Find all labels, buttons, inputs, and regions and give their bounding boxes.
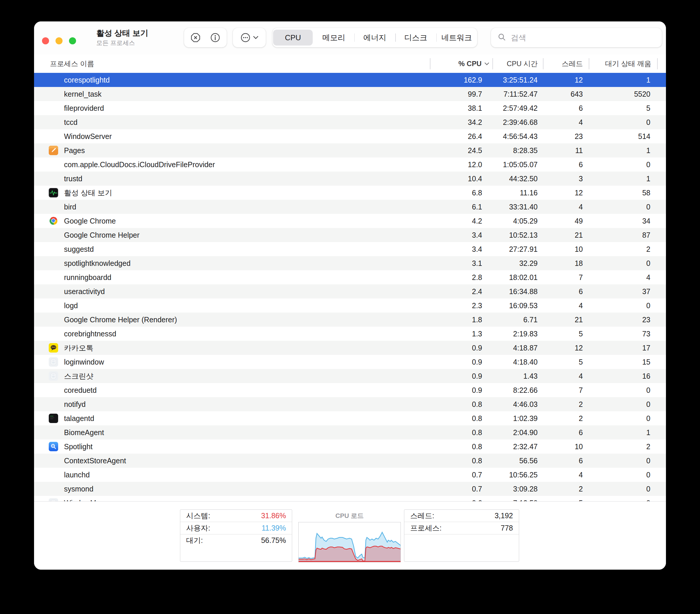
- process-cpu-time: 44:32.50: [509, 172, 538, 186]
- process-row[interactable]: ContextStoreAgent0.856.5660: [34, 454, 666, 468]
- cpu-load-plot: [298, 522, 401, 562]
- process-row[interactable]: runningboardd2.818:02.0174: [34, 270, 666, 284]
- process-threads: 12: [575, 186, 583, 200]
- close-window-button[interactable]: [42, 37, 49, 44]
- process-row[interactable]: tccd34.22:39:46.6840: [34, 115, 666, 129]
- process-idle-wakeups: 1: [646, 73, 650, 87]
- stat-row: 사용자:11.39%: [180, 522, 292, 535]
- process-cpu-percent: 26.4: [468, 129, 482, 143]
- process-cpu-percent: 162.9: [464, 73, 482, 87]
- process-idle-wakeups: 5: [646, 101, 650, 115]
- process-threads: 7: [579, 383, 583, 397]
- process-row[interactable]: fileproviderd38.12:57:49.4265: [34, 101, 666, 115]
- process-idle-wakeups: 0: [646, 496, 650, 501]
- column-divider[interactable]: [430, 58, 430, 69]
- column-header-process-name[interactable]: 프로세스 이름: [50, 54, 94, 73]
- process-cpu-percent: 1.8: [472, 312, 482, 327]
- process-row[interactable]: coreduetd0.98:22.6670: [34, 383, 666, 397]
- process-row[interactable]: com.apple.CloudDocs.iCloudDriveFileProvi…: [34, 158, 666, 172]
- process-row[interactable]: notifyd0.84:46.0320: [34, 397, 666, 411]
- process-row[interactable]: Spotlight0.82:32.47102: [34, 440, 666, 454]
- titlebar[interactable]: 활성 상태 보기 모든 프로세스: [34, 22, 666, 54]
- column-header-threads[interactable]: 스레드: [562, 54, 583, 73]
- octagon-x-icon: [190, 32, 201, 43]
- process-row[interactable]: corespotlightd162.93:25:51.24121: [34, 73, 666, 87]
- process-row[interactable]: Google Chrome Helper (Renderer)1.86.7121…: [34, 312, 666, 327]
- tab-메모리[interactable]: 메모리: [314, 30, 353, 46]
- search-input[interactable]: [510, 33, 662, 42]
- process-idle-wakeups: 1: [646, 143, 650, 158]
- process-cpu-time: 56.56: [519, 454, 538, 468]
- column-divider[interactable]: [589, 58, 589, 69]
- search-field[interactable]: [491, 28, 662, 47]
- process-row[interactable]: loginwindow0.94:18.40515: [34, 355, 666, 369]
- process-threads: 23: [575, 129, 583, 143]
- process-row[interactable]: 스크린샷0.91.43416: [34, 369, 666, 383]
- process-threads: 2: [579, 411, 583, 426]
- process-threads: 21: [575, 228, 583, 242]
- process-name: tccd: [64, 115, 77, 129]
- column-divider[interactable]: [657, 58, 658, 69]
- process-row[interactable]: exectalagentd0.81:02.3920: [34, 411, 666, 426]
- process-row[interactable]: BiomeAgent0.82:04.9061: [34, 426, 666, 440]
- process-idle-wakeups: 0: [646, 200, 650, 214]
- tab-네트워크[interactable]: 네트워크: [437, 30, 477, 46]
- process-idle-wakeups: 17: [642, 341, 650, 355]
- search-icon: [497, 33, 506, 42]
- process-cpu-percent: 0.7: [472, 468, 482, 482]
- info-circle-icon: [210, 32, 221, 43]
- process-row[interactable]: launchd0.710:56.2540: [34, 468, 666, 482]
- process-row[interactable]: Pages24.58:28.35111: [34, 143, 666, 158]
- process-row[interactable]: sysmond0.73:09.2820: [34, 482, 666, 496]
- spotlight-app-icon: [49, 442, 58, 451]
- process-row[interactable]: trustd10.444:32.5031: [34, 172, 666, 186]
- tab-에너지[interactable]: 에너지: [355, 30, 395, 46]
- process-row[interactable]: spotlightknowledged3.132.29180: [34, 256, 666, 270]
- process-row[interactable]: kernel_task99.77:11:52.476435520: [34, 87, 666, 101]
- minimize-window-button[interactable]: [55, 37, 63, 44]
- tab-디스크[interactable]: 디스크: [396, 30, 435, 46]
- process-cpu-time: 4:56:54.43: [503, 129, 538, 143]
- process-cpu-time: 2:19.83: [513, 327, 538, 341]
- process-row[interactable]: Google Chrome4.24:05.294934: [34, 214, 666, 228]
- process-cpu-percent: 0.9: [472, 341, 482, 355]
- tab-cpu[interactable]: CPU: [273, 30, 313, 46]
- process-cpu-time: 3:09.28: [513, 482, 538, 496]
- process-cpu-time: 11.16: [520, 186, 538, 200]
- column-divider[interactable]: [492, 58, 493, 69]
- process-row[interactable]: bird6.133:31.4040: [34, 200, 666, 214]
- process-idle-wakeups: 23: [642, 312, 650, 327]
- process-row[interactable]: TALK카카오톡0.94:18.871217: [34, 341, 666, 355]
- process-row[interactable]: useractivityd2.416:34.88637: [34, 284, 666, 298]
- quit-process-button[interactable]: [187, 29, 204, 46]
- window-subtitle: 모든 프로세스: [96, 39, 148, 47]
- column-header-cpu-percent[interactable]: % CPU: [458, 54, 489, 73]
- window-title: 활성 상태 보기: [96, 28, 148, 38]
- column-header-cpu-time[interactable]: CPU 시간: [507, 54, 538, 73]
- zoom-window-button[interactable]: [69, 37, 76, 44]
- process-row[interactable]: WindowServer26.44:56:54.4323514: [34, 129, 666, 143]
- process-cpu-time: 16:09.53: [509, 298, 538, 312]
- process-name: sysmond: [64, 482, 93, 496]
- inspect-process-button[interactable]: [207, 29, 223, 46]
- title-block: 활성 상태 보기 모든 프로세스: [96, 28, 148, 47]
- process-cpu-percent: 38.1: [468, 101, 482, 115]
- process-name: 스크린샷: [64, 369, 93, 383]
- process-row[interactable]: Google Chrome Helper3.410:52.132187: [34, 228, 666, 242]
- process-row[interactable]: suggestd3.427:27.91102: [34, 242, 666, 256]
- process-threads: 10: [575, 440, 583, 454]
- process-row[interactable]: corebrightnessd1.32:19.83573: [34, 327, 666, 341]
- process-idle-wakeups: 58: [642, 186, 650, 200]
- process-name: WindowManager: [64, 496, 119, 501]
- cpu-load-title: CPU 로드: [298, 509, 401, 522]
- column-header-idle-wake[interactable]: 대기 상태 깨움: [605, 54, 651, 73]
- process-idle-wakeups: 0: [646, 397, 650, 411]
- process-cpu-time: 32.29: [519, 256, 538, 270]
- process-cpu-percent: 0.8: [472, 411, 482, 426]
- process-row[interactable]: WindowManager0.67:12.5050: [34, 496, 666, 501]
- process-row[interactable]: 활성 상태 보기6.811.161258: [34, 186, 666, 200]
- more-options-button[interactable]: [236, 29, 263, 46]
- column-divider[interactable]: [543, 58, 543, 69]
- stat-row: 스레드:3,192: [404, 510, 519, 522]
- process-row[interactable]: logd2.316:09.5340: [34, 298, 666, 312]
